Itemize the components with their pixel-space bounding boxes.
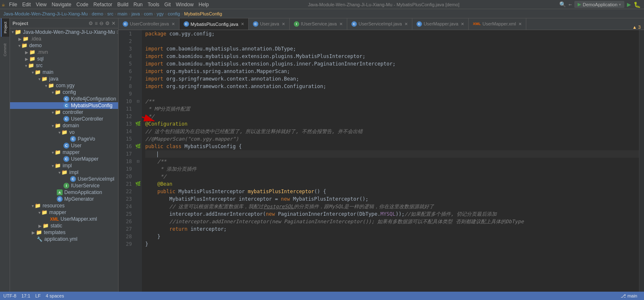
code-line-19: * 添加分页插件 — [145, 165, 639, 173]
tree-controller[interactable]: ▾ 📁 controller — [10, 109, 118, 116]
status-lf[interactable]: LF — [35, 293, 41, 298]
menu-build[interactable]: Build — [115, 1, 131, 8]
tab-mybatisplus[interactable]: C MybatisPlusConfig.java ✕ — [179, 18, 249, 30]
menu-view[interactable]: View — [33, 1, 49, 8]
menu-run[interactable]: Run — [131, 1, 145, 8]
bc-ygy[interactable]: ygy — [157, 11, 164, 16]
close-tab-userserviceimpl[interactable]: ✕ — [404, 22, 408, 26]
code-content[interactable]: package com.ygy.config; import com.baomi… — [142, 30, 639, 292]
menu-refactor[interactable]: Refactor — [91, 1, 115, 8]
fold-icon-10[interactable]: ⊟ — [134, 98, 142, 105]
editor-area: C UserController.java ✕ C MybatisPlusCon… — [119, 18, 644, 292]
commit-tab[interactable]: Commit — [1, 40, 9, 60]
tree-pagevo[interactable]: C PageVo — [10, 136, 118, 142]
tree-config[interactable]: ▾ 📁 config — [10, 89, 118, 96]
tree-impl[interactable]: ▾ 📁 impl — [10, 169, 118, 176]
run-config-selector[interactable]: ▶ DemoApplication ▾ — [574, 1, 624, 8]
git-branch[interactable]: ⎇ main — [621, 293, 637, 299]
code-line-29: } — [145, 240, 639, 248]
tree-usermapperxml[interactable]: XML UserMapper.xml — [10, 216, 118, 222]
code-editor[interactable]: 1 2 3 4 5 6 7 8 9 10 11 12 13 14 15 16 1 — [119, 30, 644, 292]
left-gutter-tabs: Project Commit — [0, 18, 10, 292]
tree-demoapplication[interactable]: A DemoApplication — [10, 189, 118, 196]
code-line-12: */ — [145, 113, 639, 120]
menu-code[interactable]: Code — [74, 1, 91, 8]
code-line-23: MybatisPlusInterceptor interceptor = new… — [145, 195, 639, 203]
tree-main[interactable]: ▾ 📁 main — [10, 69, 118, 76]
bc-demo[interactable]: demo — [92, 11, 104, 16]
tab-usermapper[interactable]: C UserMapper.java ✕ — [412, 18, 469, 30]
close-tab-usermapper[interactable]: ✕ — [461, 22, 464, 26]
tree-root[interactable]: ▾ 📁 Java-Module-Wen-Zhang-Ji-Lu-Xiang-Mu… — [10, 28, 118, 35]
tree-idea[interactable]: ▶ 📁 .idea — [10, 35, 118, 42]
tree-mpgenerator[interactable]: C MpGenerator — [10, 196, 118, 202]
project-tab[interactable]: Project — [1, 18, 9, 37]
menu-file[interactable]: File — [7, 1, 20, 8]
bc-java[interactable]: java — [131, 11, 140, 16]
tree-user[interactable]: C User — [10, 142, 118, 149]
tab-userserviceimpl[interactable]: C UserServiceImpl.java ✕ — [347, 18, 412, 30]
code-line-4: import com.baomidou.mybatisplus.extensio… — [145, 53, 639, 60]
tree-com-ygy[interactable]: ▾ 📁 com.ygy — [10, 82, 118, 89]
code-line-8: import org.springframework.context.annot… — [145, 83, 639, 90]
tree-resources-mapper[interactable]: ▾ 📁 mapper — [10, 209, 118, 216]
tree-java[interactable]: ▾ 📁 java — [10, 76, 118, 82]
status-indent[interactable]: 4 spaces — [45, 293, 64, 298]
tree-usercontroller[interactable]: C UserController — [10, 116, 118, 122]
back-icon[interactable]: ← — [568, 1, 572, 8]
close-tab-user[interactable]: ✕ — [282, 22, 285, 26]
collapse-all-icon[interactable]: ⊖ — [99, 20, 104, 26]
gear-icon[interactable]: ⚙ — [88, 20, 93, 26]
tree-templates[interactable]: ▶ 📁 templates — [10, 229, 118, 236]
code-line-18: /** — [145, 158, 639, 165]
tree-resources[interactable]: ▾ 📁 resources — [10, 202, 118, 209]
tree-userserviceimpl[interactable]: C UserServiceImpl — [10, 176, 118, 182]
close-tab-usercontroller[interactable]: ✕ — [172, 22, 175, 26]
bc-com[interactable]: com — [144, 11, 153, 16]
run-button[interactable]: ▶ — [627, 0, 631, 8]
close-sidebar-icon[interactable]: ✕ — [111, 20, 116, 26]
menu-window[interactable]: Window — [173, 1, 196, 8]
tree-vo[interactable]: ▾ 📁 vo — [10, 129, 118, 136]
code-line-6: import org.mybatis.spring.annotation.Map… — [145, 68, 639, 75]
menu-tools[interactable]: Tools — [145, 1, 162, 8]
bc-src[interactable]: src — [107, 11, 114, 16]
tree-iuserservice[interactable]: I IUserService — [10, 182, 118, 189]
tree-usermapper[interactable]: C UserMapper — [10, 156, 118, 162]
tree-applicationyml[interactable]: 🔧 application.yml — [10, 236, 118, 242]
tree-src[interactable]: ▾ 📁 src — [10, 62, 118, 69]
menu-edit[interactable]: Edit — [20, 1, 33, 8]
search-everywhere-icon[interactable]: 🔍 — [559, 1, 566, 8]
tree-sql[interactable]: ▶ 📁 sql — [10, 55, 118, 62]
tab-usermapperxml[interactable]: XML UserMapper.xml ✕ — [469, 18, 526, 30]
menu-help[interactable]: Help — [196, 1, 212, 8]
tree-mapper[interactable]: ▾ 📁 mapper — [10, 149, 118, 156]
tab-usercontroller[interactable]: C UserController.java ✕ — [119, 18, 179, 30]
menu-git[interactable]: Git — [162, 1, 173, 8]
tree-demo[interactable]: ▾ 📁 demo — [10, 42, 118, 49]
tab-iuserservice[interactable]: I IUserService.java ✕ — [290, 18, 347, 30]
close-tab-usermapperxml[interactable]: ✕ — [518, 22, 522, 26]
tree-domain[interactable]: ▾ 📁 domain — [10, 122, 118, 129]
tree-knife4j[interactable]: C Knife4jConfiguration — [10, 96, 118, 102]
debug-button[interactable]: 🐛 — [634, 1, 641, 8]
bc-main[interactable]: main — [117, 11, 127, 16]
close-tab-mybatisplus[interactable]: ✕ — [241, 22, 244, 26]
expand-all-icon[interactable]: ≡ — [95, 20, 98, 26]
tree-static[interactable]: ▶ 📁 static — [10, 222, 118, 229]
menu-navigate[interactable]: Navigate — [49, 1, 74, 8]
right-gutter — [639, 30, 644, 292]
tab-user[interactable]: C User.java ✕ — [249, 18, 290, 30]
tree-service[interactable]: ▾ 📁 impl — [10, 162, 118, 169]
close-tab-iuserservice[interactable]: ✕ — [339, 22, 343, 26]
code-line-7: import org.springframework.context.annot… — [145, 75, 639, 83]
bc-project[interactable]: Java-Module-Wen-Zhang-Ji-Lu-Xiang-Mu — [3, 11, 88, 16]
code-line-10: /** — [145, 98, 639, 105]
bc-config[interactable]: config — [168, 11, 180, 16]
status-line-col[interactable]: 17:1 — [21, 293, 30, 298]
fold-icon-18[interactable]: ⊟ — [134, 158, 142, 165]
settings-icon[interactable]: ⚙ — [105, 20, 110, 26]
tree-mvn[interactable]: ▶ 📁 .mvn — [10, 49, 118, 55]
tree-mybatisplus-config[interactable]: C MybatisPlusConfig — [10, 102, 118, 109]
status-encoding[interactable]: UTF-8 — [3, 293, 16, 298]
